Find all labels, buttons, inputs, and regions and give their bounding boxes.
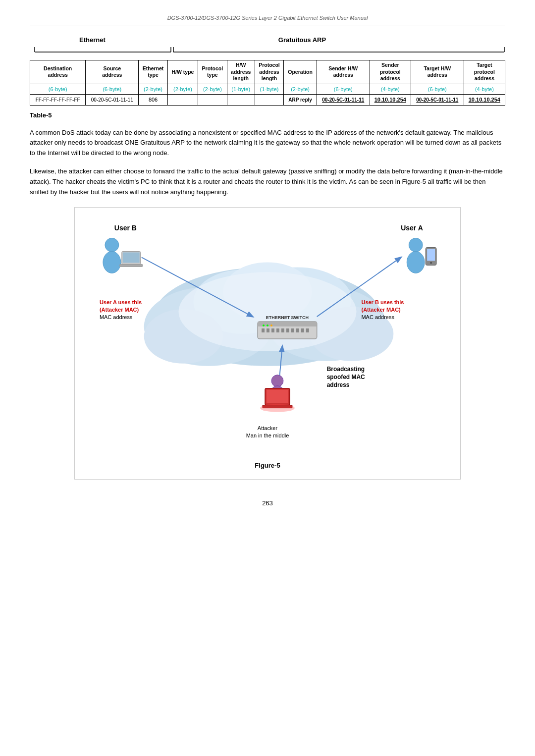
svg-text:MAC address: MAC address (100, 314, 133, 320)
svg-point-40 (263, 324, 265, 326)
svg-rect-13 (123, 253, 140, 263)
svg-rect-17 (427, 249, 435, 261)
col-sender-proto: Senderprotocoladdress (370, 60, 411, 84)
svg-point-15 (407, 252, 425, 273)
row1-targetproto: (4-byte) (464, 84, 505, 94)
header-title: DGS-3700-12/DGS-3700-12G Series Layer 2 … (167, 15, 368, 21)
row1-senderhw: (6-byte) (317, 84, 370, 94)
row1-hwtype: (2-byte) (167, 84, 198, 94)
col-hw-type: H/W type (167, 60, 198, 84)
svg-rect-37 (296, 328, 299, 332)
user-a-label: User A (401, 224, 423, 232)
row2-senderhw: 00-20-5C-01-11-11 (317, 95, 370, 105)
col-dest-addr: Destinationaddress (30, 60, 86, 84)
user-b-label: User B (114, 224, 137, 232)
svg-point-14 (409, 238, 423, 252)
row2-op: ARP reply (284, 95, 317, 105)
row1-op: (2-byte) (284, 84, 317, 94)
svg-rect-38 (301, 328, 304, 332)
col-proto-type: Protocoltype (198, 60, 227, 84)
row1-senderproto: (4-byte) (370, 84, 411, 94)
col-sender-hw: Sender H/Waddress (317, 60, 370, 84)
row2-protlen (255, 95, 284, 105)
arp-table: Destinationaddress Sourceaddress Etherne… (30, 60, 505, 106)
svg-point-10 (103, 252, 121, 273)
svg-rect-31 (267, 328, 269, 332)
svg-text:spoofed MAC: spoofed MAC (327, 374, 365, 380)
row1-hwlen: (1-byte) (227, 84, 255, 94)
page-number: 263 (30, 499, 505, 507)
svg-text:address: address (327, 381, 350, 388)
svg-point-27 (178, 272, 356, 352)
svg-rect-34 (281, 328, 284, 332)
col-src-addr: Sourceaddress (86, 60, 139, 84)
svg-text:Gratuitous ARP: Gratuitous ARP (278, 36, 326, 44)
figure-5-svg: User B User A (85, 217, 450, 455)
svg-rect-29 (258, 322, 317, 326)
row1-targethw: (6-byte) (411, 84, 464, 94)
row2-eth: 806 (139, 95, 168, 105)
row2-hwlen (227, 95, 255, 105)
svg-text:User B uses this: User B uses this (361, 299, 404, 305)
svg-rect-39 (306, 328, 309, 332)
col-target-hw: Target H/Waddress (411, 60, 464, 84)
row2-targethw: 00-20-5C-01-11-11 (411, 95, 464, 105)
svg-text:Attacker: Attacker (258, 426, 278, 432)
svg-rect-57 (267, 390, 288, 403)
col-proto-addr-len: Protocoladdresslength (255, 60, 284, 84)
svg-rect-32 (271, 328, 274, 332)
row2-dest: FF-FF-FF-FF-FF-FF (30, 95, 86, 105)
svg-text:MAC address: MAC address (361, 314, 394, 320)
col-operation: Operation (284, 60, 317, 84)
figure-5-container: User B User A (74, 207, 461, 480)
col-target-proto: Targetprotocoladdress (464, 60, 505, 84)
row1-prottype: (2-byte) (198, 84, 227, 94)
paragraph-2: Likewise, the attacker can either choose… (30, 166, 505, 197)
svg-point-41 (267, 324, 268, 326)
svg-text:(Attacker MAC): (Attacker MAC) (361, 307, 401, 313)
svg-point-53 (271, 375, 283, 387)
svg-text:ETHERNET SWITCH: ETHERNET SWITCH (266, 315, 309, 320)
paragraph-1: A common DoS attack today can be done by… (30, 128, 505, 159)
svg-point-9 (105, 238, 119, 252)
svg-text:Ethernet: Ethernet (79, 36, 106, 44)
svg-point-42 (270, 324, 272, 326)
doc-header: DGS-3700-12/DGS-3700-12G Series Layer 2 … (30, 15, 505, 25)
row1-src: (6-byte) (86, 84, 139, 94)
table-caption: Table-5 (30, 111, 505, 119)
svg-rect-36 (291, 328, 294, 332)
col-hw-addr-len: H/Waddresslength (227, 60, 255, 84)
svg-rect-35 (286, 328, 289, 332)
svg-text:Man in the middle: Man in the middle (246, 433, 289, 439)
svg-point-58 (260, 404, 295, 412)
row2-hwtype (167, 95, 198, 105)
row2-senderproto: 10.10.10.254 (370, 95, 411, 105)
row2-src: 00-20-5C-01-11-11 (86, 95, 139, 105)
row1-eth: (2-byte) (139, 84, 168, 94)
svg-text:User A uses this: User A uses this (100, 299, 142, 305)
row2-prottype (198, 95, 227, 105)
col-eth-type: Ethernettype (139, 60, 168, 84)
svg-rect-30 (262, 328, 265, 332)
svg-text:Broadcasting: Broadcasting (327, 366, 365, 373)
row1-protlen: (1-byte) (255, 84, 284, 94)
svg-rect-12 (120, 265, 143, 267)
svg-rect-33 (276, 328, 279, 332)
row1-dest: (6-byte) (30, 84, 86, 94)
figure-caption: Figure-5 (85, 462, 450, 469)
svg-text:(Attacker MAC): (Attacker MAC) (100, 307, 139, 313)
svg-point-18 (430, 262, 432, 264)
row2-targetproto: 10.10.10.254 (464, 95, 505, 105)
